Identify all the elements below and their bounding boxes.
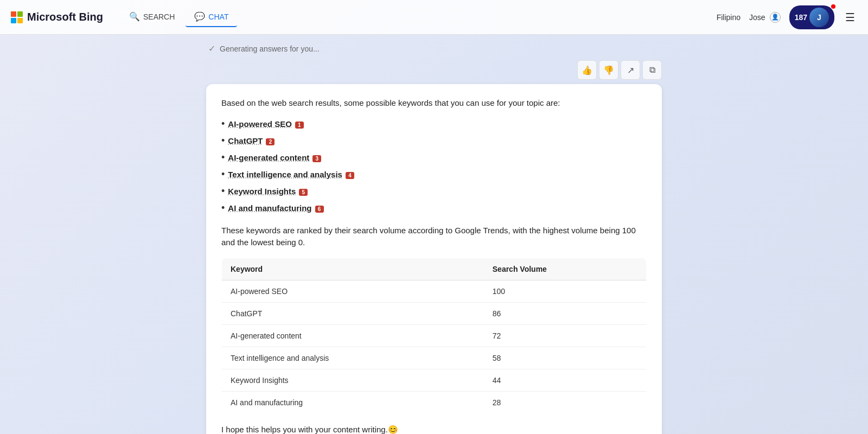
user-name: Jose [749, 13, 765, 22]
copy-button[interactable]: ⧉ [642, 60, 662, 80]
bing-logo: Microsoft Bing [11, 11, 103, 23]
generating-text: Generating answers for you... [220, 44, 320, 53]
header: Microsoft Bing 🔍 SEARCH 💬 CHAT Filipino … [0, 0, 868, 35]
table-cell-volume: 86 [484, 302, 647, 324]
bullet-icon: • [221, 135, 225, 146]
table-cell-volume: 44 [484, 369, 647, 391]
keyword-link[interactable]: Keyword Insights [228, 187, 296, 196]
keyword-link[interactable]: AI and manufacturing [228, 203, 311, 213]
chat-container: ✓ Generating answers for you... 👍 👎 ↗ ⧉ … [206, 43, 662, 434]
bing-squares-icon [11, 11, 23, 23]
logo-text: Microsoft Bing [27, 11, 103, 23]
hamburger-menu-icon[interactable]: ☰ [843, 9, 857, 26]
table-cell-volume: 72 [484, 324, 647, 347]
intro-text: Based on the web search results, some po… [221, 97, 647, 110]
table-cell-volume: 58 [484, 347, 647, 369]
bullet-icon: • [221, 169, 225, 180]
ranking-text: These keywords are ranked by their searc… [221, 225, 647, 249]
header-right: Filipino Jose 👤 187 J ☰ [717, 5, 857, 29]
citation-badge: 4 [346, 172, 354, 179]
bullet-icon: • [221, 186, 225, 197]
square-green [17, 11, 23, 17]
citation-badge: 6 [315, 206, 324, 213]
points-value: 187 [795, 13, 807, 22]
citation-badge: 2 [266, 138, 275, 145]
bullet-icon: • [221, 152, 225, 163]
table-cell-keyword: AI-powered SEO [222, 280, 484, 302]
table-row: AI and manufacturing28 [222, 391, 647, 413]
list-item: • Keyword Insights 5 [221, 186, 647, 197]
col-volume-header: Search Volume [484, 258, 647, 280]
keyword-link[interactable]: Text intelligence and analysis [228, 170, 342, 179]
table-cell-keyword: AI-generated content [222, 324, 484, 347]
citation-badge: 3 [312, 155, 321, 162]
chat-icon: 💬 [194, 11, 205, 22]
keyword-link[interactable]: ChatGPT [228, 136, 263, 145]
chat-area: ✓ Generating answers for you... 👍 👎 ↗ ⧉ … [0, 35, 868, 434]
nav-tabs: 🔍 SEARCH 💬 CHAT [120, 7, 237, 27]
response-card: Based on the web search results, some po… [206, 84, 662, 434]
table-row: AI-powered SEO100 [222, 280, 647, 302]
table-row: Text intelligence and analysis58 [222, 347, 647, 369]
citation-badge: 1 [295, 122, 304, 129]
keyword-list: • AI-powered SEO 1 • ChatGPT 2 • AI-gene… [221, 118, 647, 214]
square-yellow [17, 18, 23, 23]
list-item: • ChatGPT 2 [221, 135, 647, 146]
tab-chat[interactable]: 💬 CHAT [186, 7, 237, 27]
language-label: Filipino [717, 13, 741, 22]
tab-search[interactable]: 🔍 SEARCH [120, 7, 183, 27]
generating-status: ✓ Generating answers for you... [206, 43, 662, 54]
action-buttons: 👍 👎 ↗ ⧉ [206, 60, 662, 80]
table-row: AI-generated content72 [222, 324, 647, 347]
search-icon: 🔍 [129, 11, 140, 22]
avatar: J [809, 8, 829, 27]
bullet-icon: • [221, 118, 225, 130]
closing-text: I hope this helps you with your content … [221, 425, 647, 435]
user-account-icon[interactable]: 👤 [770, 12, 781, 23]
keyword-link[interactable]: AI-powered SEO [228, 119, 292, 129]
thumbs-up-button[interactable]: 👍 [577, 60, 597, 80]
check-icon: ✓ [208, 43, 215, 54]
keywords-table: Keyword Search Volume AI-powered SEO100C… [221, 258, 647, 414]
chat-tab-label: CHAT [208, 12, 228, 21]
share-button[interactable]: ↗ [621, 60, 640, 80]
table-row: Keyword Insights44 [222, 369, 647, 391]
square-red [11, 11, 16, 17]
list-item: • AI and manufacturing 6 [221, 202, 647, 214]
user-area[interactable]: Jose 👤 [749, 12, 781, 23]
logo-area: Microsoft Bing [11, 11, 103, 23]
points-badge[interactable]: 187 J [789, 5, 834, 29]
table-cell-volume: 100 [484, 280, 647, 302]
col-keyword-header: Keyword [222, 258, 484, 280]
thumbs-down-button[interactable]: 👎 [599, 60, 618, 80]
notification-dot [831, 4, 835, 9]
table-cell-keyword: ChatGPT [222, 302, 484, 324]
citation-badge: 5 [299, 189, 308, 196]
list-item: • AI-generated content 3 [221, 152, 647, 163]
search-tab-label: SEARCH [143, 12, 175, 21]
square-blue [11, 18, 16, 23]
table-cell-keyword: Text intelligence and analysis [222, 347, 484, 369]
list-item: • Text intelligence and analysis 4 [221, 169, 647, 180]
table-row: ChatGPT86 [222, 302, 647, 324]
bullet-icon: • [221, 202, 225, 214]
table-cell-keyword: AI and manufacturing [222, 391, 484, 413]
table-cell-volume: 28 [484, 391, 647, 413]
keyword-link[interactable]: AI-generated content [228, 153, 309, 162]
table-cell-keyword: Keyword Insights [222, 369, 484, 391]
list-item: • AI-powered SEO 1 [221, 118, 647, 130]
main-content: ✓ Generating answers for you... 👍 👎 ↗ ⧉ … [0, 35, 868, 434]
